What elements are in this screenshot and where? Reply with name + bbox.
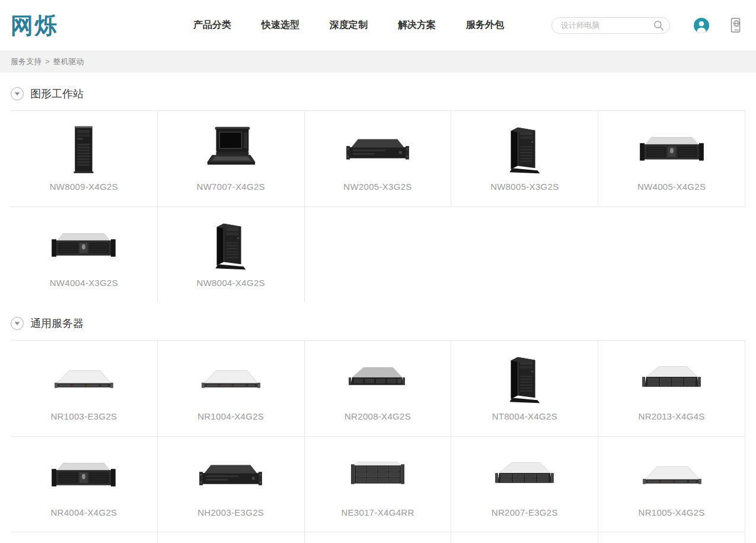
breadcrumb-item[interactable]: 整机驱动	[53, 56, 84, 67]
product-model: NR2008-X4G2S	[305, 411, 451, 421]
top-header: 网烁 产品分类 快速选型 深度定制 解决方案 服务外包	[0, 0, 756, 50]
magnifier-icon[interactable]	[653, 20, 664, 31]
section-title: 通用服务器	[30, 316, 84, 331]
product-cell[interactable]: NR2013-X4G4S	[598, 341, 745, 436]
product-cell[interactable]: NE3017-X4G4RR	[305, 436, 452, 532]
tower-server-angled-icon	[451, 122, 598, 177]
product-model: NW8009-X4G2S	[11, 182, 157, 192]
nav-item-outsourcing[interactable]: 服务外包	[466, 19, 504, 31]
product-cell-partial	[158, 532, 305, 543]
product-model: NW4004-X3G2S	[11, 278, 157, 288]
product-catalog: 图形工作站NW8009-X4G2SNW7007-X4G2SNW2005-X3G2…	[0, 72, 756, 543]
product-section: 图形工作站NW8009-X4G2SNW7007-X4G2SNW2005-X3G2…	[0, 72, 756, 302]
rack-server-4u-silver-icon	[11, 447, 157, 503]
rack-server-2u-dark-icon	[305, 351, 451, 407]
product-model: NR4004-X4G2S	[11, 507, 157, 517]
nav-item-solutions[interactable]: 解决方案	[398, 19, 436, 31]
rack-server-1u-white-icon	[598, 447, 745, 503]
product-model: NR1005-X4G2S	[598, 507, 745, 517]
product-cell[interactable]: NR1003-E3G2S	[11, 341, 158, 436]
product-cell[interactable]: NW8009-X4G2S	[11, 111, 158, 207]
product-cell[interactable]: NW2005-X3G2S	[305, 111, 452, 207]
product-cell[interactable]: NR2008-X4G2S	[305, 341, 452, 436]
breadcrumb-item[interactable]: 服务支持	[11, 56, 42, 67]
product-model: NR1004-X4G2S	[158, 411, 304, 421]
rack-server-2u-bays-icon	[598, 351, 745, 407]
nav-item-deep-custom[interactable]: 深度定制	[330, 19, 368, 31]
rack-server-1u-white-icon	[158, 351, 304, 407]
search-input[interactable]	[551, 17, 670, 34]
product-cell-partial	[305, 532, 452, 543]
product-cell[interactable]: NW7007-X4G2S	[158, 111, 305, 207]
brand-logo[interactable]: 网烁	[11, 14, 58, 37]
product-cell[interactable]: NW8005-X3G2S	[451, 111, 598, 207]
rack-server-2u-bays-icon	[451, 447, 598, 503]
product-model: NH2003-E3G2S	[158, 507, 304, 517]
breadcrumb: 服务支持>整机驱动	[0, 50, 756, 72]
product-model: NW2005-X3G2S	[305, 182, 451, 192]
product-grid: NR1003-E3G2SNR1004-X4G2SNR2008-X4G2SNT80…	[11, 340, 745, 543]
product-model: NR2013-X4G4S	[598, 411, 745, 421]
rack-server-1u-white-icon	[11, 351, 157, 407]
nav-item-product-category[interactable]: 产品分类	[193, 19, 231, 31]
product-grid: NW8009-X4G2SNW7007-X4G2SNW2005-X3G2SNW80…	[11, 110, 745, 302]
section-title: 图形工作站	[30, 87, 84, 101]
rack-server-4u-silver-icon	[11, 218, 157, 274]
rack-server-2u-black-icon	[158, 447, 304, 503]
portable-workstation-icon	[158, 122, 304, 177]
product-model: NE3017-X4G4RR	[305, 507, 451, 517]
product-model: NW4005-X4G2S	[598, 182, 745, 192]
product-cell-partial	[11, 532, 158, 543]
product-cell[interactable]: NT8004-X4G2S	[451, 341, 598, 436]
product-model: NW8005-X3G2S	[451, 182, 598, 192]
product-cell[interactable]: NR1005-X4G2S	[598, 436, 745, 532]
empty-cell	[598, 207, 745, 302]
product-model: NR2007-E3G2S	[451, 507, 598, 517]
product-cell[interactable]: NW8004-X4G2S	[158, 207, 305, 302]
section-header: 图形工作站	[0, 72, 756, 110]
product-cell[interactable]: NW4005-X4G2S	[598, 111, 745, 207]
product-model: NT8004-X4G2S	[451, 411, 598, 421]
product-cell-partial	[598, 532, 745, 543]
product-cell[interactable]: NR2007-E3G2S	[451, 436, 598, 532]
main-nav: 产品分类 快速选型 深度定制 解决方案 服务外包	[193, 19, 504, 31]
mobile-site-icon[interactable]	[729, 18, 742, 33]
breadcrumb-separator: >	[45, 57, 50, 66]
chevron-down-circle-icon[interactable]	[11, 317, 24, 330]
product-cell[interactable]: NH2003-E3G2S	[158, 436, 305, 532]
tower-server-angled-icon	[451, 351, 598, 407]
product-section: 通用服务器NR1003-E3G2SNR1004-X4G2SNR2008-X4G2…	[0, 302, 756, 543]
tower-server-angled-icon	[158, 218, 304, 274]
product-cell[interactable]: NR1004-X4G2S	[158, 341, 305, 436]
product-model: NW8004-X4G2S	[158, 278, 304, 288]
search-box	[551, 17, 670, 34]
nav-item-quick-select[interactable]: 快速选型	[261, 19, 299, 31]
product-model: NR1003-E3G2S	[11, 411, 157, 421]
chevron-down-circle-icon[interactable]	[11, 87, 24, 100]
rack-server-2u-black-icon	[305, 122, 451, 177]
empty-cell	[451, 207, 598, 302]
rack-server-3u-bays-icon	[305, 447, 451, 503]
product-cell[interactable]: NR4004-X4G2S	[11, 436, 158, 532]
user-avatar-icon[interactable]	[694, 18, 709, 33]
product-cell[interactable]: NW4004-X3G2S	[11, 207, 158, 302]
tower-server-front-icon	[11, 122, 157, 177]
empty-cell	[305, 207, 452, 302]
rack-server-4u-silver-icon	[598, 122, 745, 177]
section-header: 通用服务器	[0, 302, 756, 340]
product-model: NW7007-X4G2S	[158, 182, 304, 192]
product-cell-partial	[451, 532, 598, 543]
